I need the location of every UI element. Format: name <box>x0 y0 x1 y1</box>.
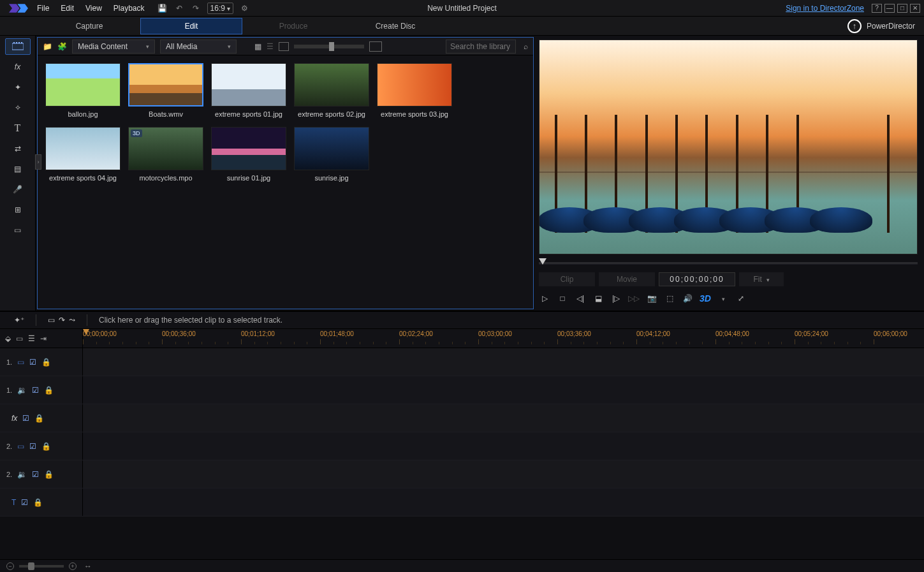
title-room-icon[interactable]: T <box>5 120 31 136</box>
media-clip[interactable]: extreme sports 04.jpg <box>45 127 121 182</box>
track-lock-icon[interactable]: 🔒 <box>44 386 54 395</box>
transition-room-icon[interactable]: ⇄ <box>5 140 31 157</box>
media-clip[interactable]: extreme sports 01.jpg <box>211 63 286 118</box>
preview-mode-movie[interactable]: Movie <box>599 272 655 286</box>
crossfade-icon[interactable]: ⤳ <box>69 316 75 325</box>
track-visible-checkbox[interactable]: ☑ <box>22 414 29 423</box>
track-lane[interactable] <box>83 460 924 488</box>
track-lane[interactable] <box>83 432 924 460</box>
search-icon[interactable]: ⌕ <box>524 42 528 51</box>
minimize-icon[interactable]: — <box>884 4 895 13</box>
timeline-view-icon[interactable]: ▭ <box>16 334 23 343</box>
tab-create-disc[interactable]: Create Disc <box>344 18 446 34</box>
preview-mode-clip[interactable]: Clip <box>539 272 595 286</box>
play-icon[interactable]: ▷ <box>539 293 550 304</box>
undo-icon[interactable]: ↶ <box>174 3 184 13</box>
track-visible-checkbox[interactable]: ☑ <box>32 386 39 395</box>
preview-canvas[interactable] <box>539 40 918 254</box>
track-header[interactable]: 1. ▭ ☑ 🔒 <box>0 348 83 376</box>
track-visible-checkbox[interactable]: ☑ <box>29 442 36 451</box>
menu-playback[interactable]: Playback <box>114 4 145 13</box>
particle-room-icon[interactable]: ✧ <box>5 99 31 116</box>
track-visible-checkbox[interactable]: ☑ <box>29 358 36 367</box>
preview-options-icon[interactable] <box>717 293 729 304</box>
library-category-dropdown[interactable]: Media Content▾ <box>72 40 155 54</box>
media-clip[interactable]: sunrise 01.jpg <box>211 127 286 182</box>
track-lock-icon[interactable]: 🔒 <box>41 358 51 367</box>
maximize-icon[interactable]: □ <box>897 4 907 13</box>
track-lane[interactable] <box>83 376 924 404</box>
track-lock-icon[interactable]: 🔒 <box>33 498 43 507</box>
settings-icon[interactable]: ⚙ <box>240 3 250 13</box>
track-lane[interactable] <box>83 404 924 432</box>
audio-mixing-room-icon[interactable]: ▤ <box>5 161 31 177</box>
track-header[interactable]: fx ☑ 🔒 <box>0 404 83 432</box>
overwrite-mode-icon[interactable]: ↷ <box>59 316 65 325</box>
signin-link[interactable]: Sign in to DirectorZone <box>786 4 864 13</box>
save-icon[interactable]: 💾 <box>158 3 168 13</box>
track-lane[interactable] <box>83 488 924 516</box>
media-clip[interactable]: ballon.jpg <box>45 63 121 118</box>
step-icon[interactable]: ⬓ <box>592 293 604 304</box>
voiceover-room-icon[interactable]: 🎤 <box>5 181 31 198</box>
3d-toggle-icon[interactable]: 3D <box>700 293 711 304</box>
media-room-icon[interactable] <box>5 38 31 55</box>
timeline-marker-icon[interactable]: ⬙ <box>5 334 11 343</box>
library-filter-dropdown[interactable]: All Media▾ <box>160 40 237 54</box>
close-icon[interactable]: ✕ <box>910 4 920 13</box>
menu-file[interactable]: File <box>37 4 49 13</box>
track-lock-icon[interactable]: 🔒 <box>41 442 51 451</box>
tab-capture[interactable]: Capture <box>38 18 140 34</box>
track-lock-icon[interactable]: 🔒 <box>44 470 54 479</box>
fast-forward-icon[interactable]: ▷▷ <box>628 293 640 304</box>
media-clip[interactable]: extreme sports 03.jpg <box>377 63 452 118</box>
track-visible-checkbox[interactable]: ☑ <box>21 498 28 507</box>
track-lock-icon[interactable]: 🔒 <box>34 414 44 423</box>
track-manager-icon[interactable]: ☰ <box>28 334 35 343</box>
thumb-large-icon[interactable] <box>369 41 382 52</box>
timeline-ruler[interactable]: 00;00;00;0000;00;36;0000;01;12;0000;01;4… <box>83 329 924 348</box>
timecode-display[interactable]: 00;00;00;00 <box>659 272 735 286</box>
pip-room-icon[interactable]: ✦ <box>5 79 31 96</box>
track-header[interactable]: 2. ▭ ☑ 🔒 <box>0 432 83 460</box>
undock-preview-icon[interactable]: ⤢ <box>735 293 747 304</box>
media-clip[interactable]: Boats.wmv <box>128 63 203 118</box>
preview-scrubber[interactable] <box>539 258 918 268</box>
track-header[interactable]: 1. 🔉 ☑ 🔒 <box>0 376 83 404</box>
help-icon[interactable]: ? <box>872 4 882 13</box>
chapter-room-icon[interactable]: ⊞ <box>5 202 31 218</box>
fit-timeline-icon[interactable]: ↔ <box>84 562 92 571</box>
insert-mode-icon[interactable]: ▭ <box>48 316 55 325</box>
zoom-slider[interactable] <box>19 565 64 568</box>
preview-quality-icon[interactable]: ⬚ <box>664 293 675 304</box>
aspect-ratio-toggle[interactable]: 16:9 ▾ <box>207 3 233 14</box>
thumb-small-icon[interactable] <box>279 42 289 51</box>
redo-icon[interactable]: ↷ <box>191 3 201 13</box>
track-header[interactable]: 2. 🔉 ☑ 🔒 <box>0 460 83 488</box>
media-clip[interactable]: extreme sports 02.jpg <box>294 63 369 118</box>
volume-icon[interactable]: 🔊 <box>682 293 693 304</box>
tab-produce[interactable]: Produce <box>242 18 344 34</box>
tab-edit[interactable]: Edit <box>140 18 242 34</box>
stop-icon[interactable]: □ <box>557 293 568 304</box>
media-clip[interactable]: 3Dmotorcycles.mpo <box>128 127 203 182</box>
snap-icon[interactable]: ⇥ <box>40 334 47 343</box>
prev-frame-icon[interactable]: ◁| <box>575 293 586 304</box>
subtitle-room-icon[interactable]: ▭ <box>5 222 31 238</box>
snapshot-icon[interactable]: 📷 <box>646 293 657 304</box>
thumb-size-slider[interactable] <box>294 45 364 48</box>
drag-hint[interactable]: Click here or drag the selected clip to … <box>99 316 282 325</box>
track-header[interactable]: T ☑ 🔒 <box>0 488 83 516</box>
track-visible-checkbox[interactable]: ☑ <box>32 470 39 479</box>
grid-view-icon[interactable]: ▦ <box>254 42 261 51</box>
track-lane[interactable] <box>83 348 924 376</box>
plugin-icon[interactable]: 🧩 <box>57 42 67 51</box>
effect-room-icon[interactable]: fx <box>5 59 31 75</box>
search-input[interactable]: Search the library <box>446 40 516 54</box>
preview-zoom-dropdown[interactable]: Fit <box>739 272 784 286</box>
zoom-out-icon[interactable]: − <box>6 562 14 570</box>
menu-icon[interactable]: ☰ <box>267 42 274 51</box>
next-frame-icon[interactable]: |▷ <box>610 293 622 304</box>
menu-edit[interactable]: Edit <box>61 4 74 13</box>
magic-tools-icon[interactable]: ✦⁺ <box>14 316 24 325</box>
